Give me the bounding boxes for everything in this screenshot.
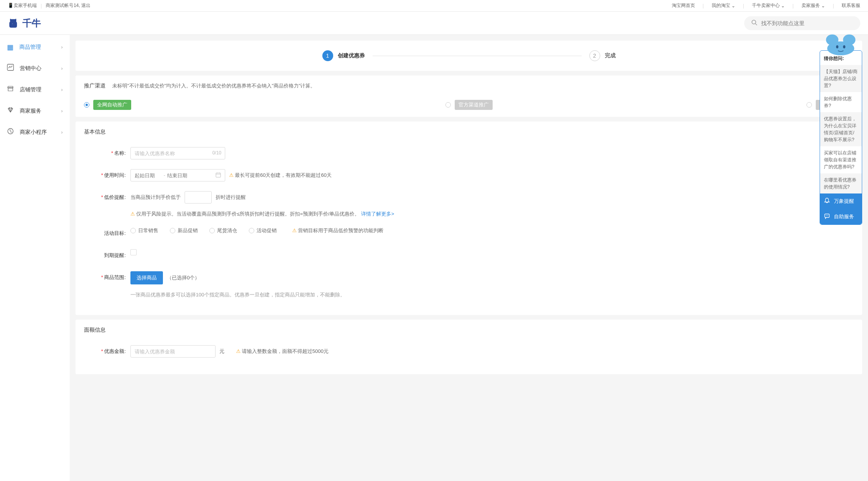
faq-item[interactable]: 买家可以在店铺领取自有渠道推广的优惠券吗? — [820, 146, 862, 173]
section-title: 面额信息 — [84, 327, 854, 334]
radio-icon — [209, 228, 215, 233]
bell-icon — [824, 197, 830, 205]
logo[interactable]: 千牛 — [8, 17, 41, 29]
row-time: *使用时间: - ⚠最长可提前60天创建，有效期不能超过60天 — [84, 169, 854, 181]
svg-point-10 — [843, 34, 856, 45]
step-1: 1 创建优惠券 — [322, 50, 365, 61]
sidebar-item-marketing[interactable]: 营销中心 › — [0, 58, 70, 79]
sidebar-item-miniprogram[interactable]: 商家小程序 › — [0, 122, 70, 143]
chevron-right-icon: › — [61, 66, 63, 71]
promo-opt-official[interactable]: 官方渠道推广 — [445, 100, 493, 110]
search-box[interactable] — [744, 16, 860, 30]
label-target: 活动目标: — [84, 227, 130, 240]
search-icon — [751, 19, 757, 27]
amount-input[interactable] — [130, 345, 216, 358]
radio-icon — [249, 228, 254, 233]
learn-more-link[interactable]: 详情了解更多> — [361, 211, 394, 217]
steps: 1 创建优惠券 2 完成 — [75, 41, 862, 71]
help-panel: 猜你想问: 【天猫】店铺/商品优惠券怎么设置? 如何删除优惠券? 优惠券设置后，… — [820, 50, 862, 225]
sidebar-item-merchant-service[interactable]: 商家服务 › — [0, 100, 70, 122]
target-opt-clearance[interactable]: 尾货清仓 — [209, 227, 237, 234]
promo-tag: 全网自动推广 — [93, 100, 131, 110]
svg-point-15 — [827, 216, 827, 216]
logo-icon — [8, 18, 19, 29]
selfservice-button[interactable]: 自助服务 — [820, 209, 862, 224]
nav-seller-center[interactable]: 千牛卖家中心 ⌄ — [752, 2, 785, 9]
target-opt-daily[interactable]: 日常销售 — [130, 227, 158, 234]
step-line — [373, 56, 582, 56]
step-label: 完成 — [605, 52, 616, 59]
lowprice-pre: 当商品预计到手价低于 — [130, 194, 181, 201]
label-lowprice: *低价提醒: — [84, 191, 130, 204]
expire-checkbox[interactable] — [130, 249, 137, 255]
radio-icon — [170, 228, 175, 233]
section-title: 基本信息 — [84, 128, 854, 135]
date-range-input[interactable]: - — [130, 169, 225, 181]
nav-taobao-home[interactable]: 淘宝网首页 — [672, 2, 695, 9]
sidebar-item-products[interactable]: ▦ 商品管理 › — [0, 37, 70, 58]
svg-point-16 — [828, 216, 829, 216]
promo-tag: 官方渠道推广 — [455, 100, 493, 110]
faq-item[interactable]: 【天猫】店铺/商品优惠券怎么设置? — [820, 65, 862, 92]
target-options: 日常销售 新品促销 尾货清仓 活动促销 — [130, 227, 277, 234]
row-amount: *优惠金额: 元 ⚠请输入整数金额，面额不得超过5000元 — [84, 345, 854, 358]
label-amount: *优惠金额: — [84, 345, 130, 358]
target-opt-new[interactable]: 新品促销 — [170, 227, 198, 234]
radio-icon — [445, 102, 451, 108]
lowprice-hint: ⚠仅用于风险提示。当活动覆盖商品预测到手价≤所填折扣时进行提醒。折扣=预测到手价… — [130, 211, 854, 217]
target-opt-event[interactable]: 活动促销 — [249, 227, 277, 234]
faq-item[interactable]: 在哪里看优惠券的使用情况? — [820, 173, 862, 193]
chevron-right-icon: › — [61, 108, 63, 114]
label-time: *使用时间: — [84, 169, 130, 181]
sidebar-item-label: 店铺管理 — [20, 86, 41, 93]
sidebar-item-label: 商家服务 — [20, 108, 41, 115]
name-counter: 0/10 — [212, 150, 221, 156]
nav-seller-service[interactable]: 卖家服务 ⌄ — [801, 2, 825, 9]
svg-point-12 — [843, 45, 846, 48]
promo-channel-card: 推广渠道 未标明"不计最低成交价"均为计入。不计最低成交价的优惠券将不会纳入"商… — [75, 75, 862, 117]
sidebar-item-shop[interactable]: 店铺管理 › — [0, 79, 70, 100]
warning-icon: ⚠ — [229, 172, 234, 178]
discount-input[interactable] — [185, 191, 212, 204]
row-expire: 到期提醒: — [84, 249, 854, 262]
wanxiang-button[interactable]: 万象提醒 — [820, 193, 862, 209]
scope-count: （已选择0个） — [167, 274, 200, 281]
row-target: 活动目标: 日常销售 新品促销 尾货清仓 活动促销 ⚠营销目标用于商品低价预警的… — [84, 227, 854, 240]
step-number: 1 — [322, 50, 333, 61]
nav-contact[interactable]: 联系客服 — [842, 2, 860, 9]
target-hint: ⚠营销目标用于商品低价预警的功能判断 — [292, 227, 383, 234]
grid-icon: ▦ — [7, 43, 14, 51]
chevron-down-icon: ⌄ — [731, 3, 735, 9]
logout-link[interactable]: 退出 — [81, 3, 91, 8]
brand-name: 千牛 — [22, 17, 41, 29]
account-info: 商家测试帐号14, 退出 — [46, 2, 91, 9]
faq-item[interactable]: 如何删除优惠券? — [820, 92, 862, 112]
promo-options: 全网自动推广 官方渠道推广 自有渠道推广 — [84, 100, 854, 110]
warning-icon: ⚠ — [292, 228, 297, 233]
content: 1 创建优惠券 2 完成 推广渠道 未标明"不计最低成交价"均为计入。不计最低成… — [70, 35, 868, 481]
mobile-link[interactable]: 📱卖家手机端 — [8, 2, 37, 9]
radio-icon — [84, 102, 89, 108]
svg-point-9 — [826, 34, 839, 45]
end-date-input[interactable] — [167, 173, 194, 178]
promo-opt-auto[interactable]: 全网自动推广 — [84, 100, 131, 110]
miniprogram-icon — [7, 128, 14, 137]
sidebar: ▦ 商品管理 › 营销中心 › 店铺管理 › 商家服务 › — [0, 35, 70, 481]
topbar: 📱卖家手机端 | 商家测试帐号14, 退出 淘宝网首页 | 我的淘宝 ⌄ | 千… — [0, 0, 868, 12]
time-hint: ⚠最长可提前60天创建，有效期不能超过60天 — [229, 172, 332, 179]
search-input[interactable] — [761, 20, 853, 26]
name-input[interactable] — [130, 147, 225, 159]
sidebar-item-label: 商家小程序 — [20, 129, 47, 136]
topbar-right: 淘宝网首页 | 我的淘宝 ⌄ | 千牛卖家中心 ⌄ | 卖家服务 ⌄ | 联系客… — [672, 2, 861, 9]
face-value-card: 面额信息 *优惠金额: 元 ⚠请输入整数金额，面额不得超过5000元 — [75, 320, 862, 374]
start-date-input[interactable] — [135, 173, 162, 178]
mascot-icon — [823, 32, 859, 55]
svg-point-3 — [8, 128, 13, 134]
nav-my-taobao[interactable]: 我的淘宝 ⌄ — [712, 2, 735, 9]
promo-label: 推广渠道 — [84, 82, 106, 89]
row-scope: *商品范围: 选择商品 （已选择0个） 一张商品优惠券最多可以选择100个指定商… — [84, 271, 854, 298]
select-products-button[interactable]: 选择商品 — [130, 271, 163, 284]
radio-icon — [806, 102, 812, 108]
faq-item[interactable]: 优惠券设置后，为什么在宝贝详情页/店铺首页/购物车不展示? — [820, 112, 862, 146]
svg-rect-4 — [216, 173, 221, 177]
